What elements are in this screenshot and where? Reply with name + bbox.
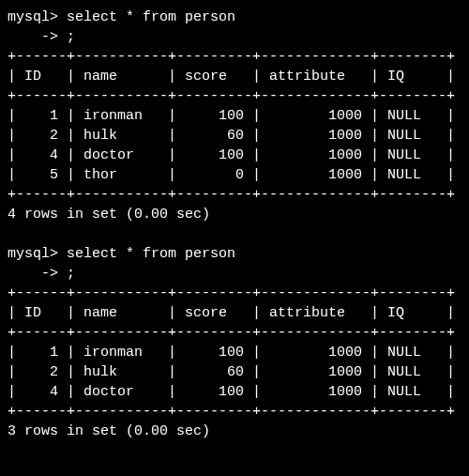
- terminal-output: mysql> select * from person -> ; +------…: [8, 8, 461, 441]
